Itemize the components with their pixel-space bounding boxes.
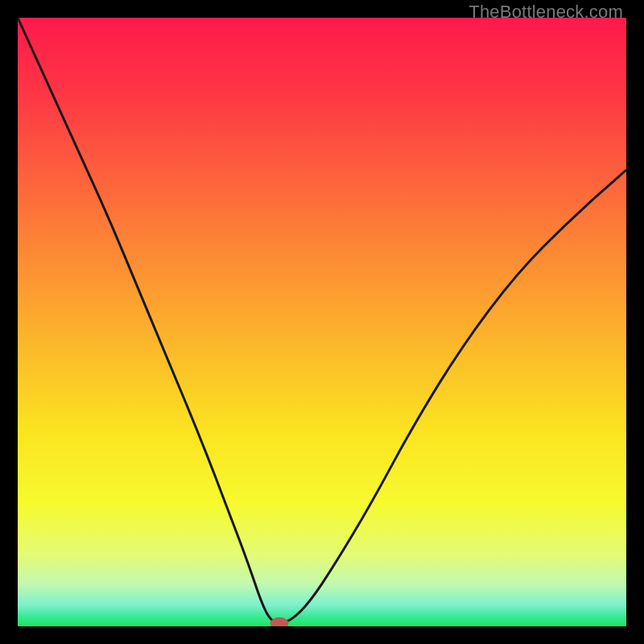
- optimal-point-marker: [270, 617, 288, 626]
- watermark-text: TheBottleneck.com: [469, 2, 623, 23]
- curve-layer: [18, 18, 626, 626]
- chart-frame: TheBottleneck.com: [0, 0, 644, 644]
- plot-area: [18, 18, 626, 626]
- bottleneck-curve: [18, 18, 626, 622]
